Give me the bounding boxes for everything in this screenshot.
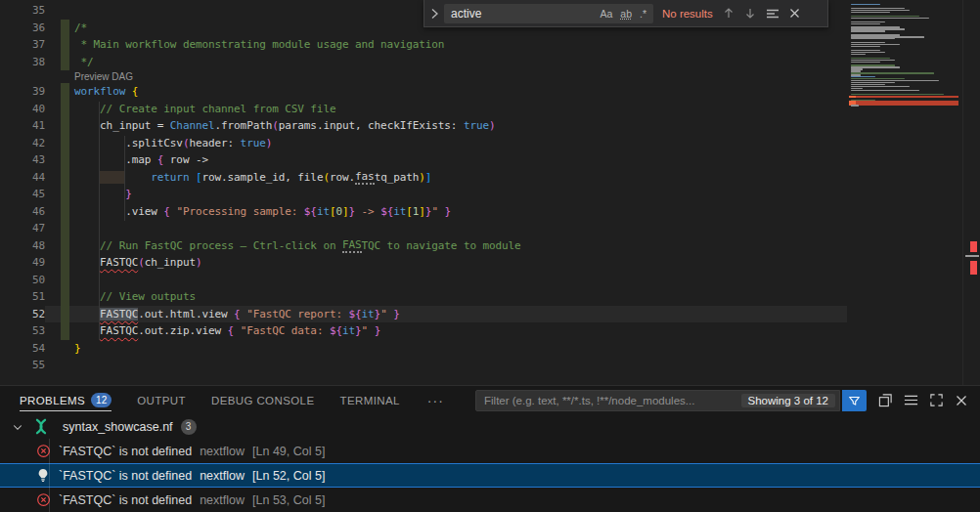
find-in-selection-icon[interactable]: [766, 8, 780, 20]
line-number[interactable]: 46: [0, 205, 45, 218]
code-content[interactable]: }: [74, 186, 847, 203]
code-line-51[interactable]: 51 // View outputs: [0, 288, 847, 306]
code-content[interactable]: ch_input = Channel.fromPath(params.input…: [74, 117, 847, 135]
collapse-all-icon[interactable]: [877, 392, 894, 408]
code-line-55[interactable]: 55: [0, 357, 847, 374]
git-added-indicator[interactable]: [61, 101, 69, 118]
code-content[interactable]: // View outputs: [74, 288, 847, 306]
regex-icon[interactable]: .*: [637, 7, 649, 21]
code-content[interactable]: [74, 357, 847, 374]
code-content[interactable]: // Run FastQC process — Ctrl-click on FA…: [74, 237, 847, 255]
line-number[interactable]: 49: [0, 256, 45, 269]
line-number[interactable]: 43: [0, 153, 45, 166]
git-added-indicator[interactable]: [61, 254, 69, 272]
git-added-indicator[interactable]: [61, 83, 69, 101]
code-content[interactable]: // Create input channel from CSV file: [74, 101, 847, 118]
git-added-indicator[interactable]: [61, 54, 69, 71]
line-number[interactable]: 40: [0, 103, 45, 115]
line-number[interactable]: 47: [0, 222, 45, 235]
line-number[interactable]: 55: [0, 359, 45, 371]
line-number[interactable]: 41: [0, 119, 45, 132]
code-line-43[interactable]: 43 .map { row ->: [0, 151, 847, 169]
line-number[interactable]: 50: [0, 274, 45, 286]
git-added-indicator[interactable]: [61, 186, 69, 203]
line-number[interactable]: 38: [0, 56, 45, 68]
filter-input[interactable]: Filter (e.g. text, **/*.ts, !**/node_mod…: [475, 390, 840, 411]
git-added-indicator[interactable]: [61, 151, 69, 169]
line-number[interactable]: 54: [0, 342, 45, 355]
code-line-38[interactable]: 38 */: [0, 54, 847, 71]
code-content[interactable]: [74, 220, 847, 237]
toggle-replace-chevron-icon[interactable]: [424, 0, 444, 26]
next-match-arrow-down-icon[interactable]: [744, 7, 756, 20]
code-line-44[interactable]: 44 return [row.sample_id, file(row.fastq…: [0, 169, 847, 187]
code-line-39[interactable]: 39workflow {: [0, 83, 847, 101]
code-content[interactable]: FASTQC(ch_input): [74, 254, 847, 272]
line-number[interactable]: 53: [0, 324, 45, 337]
line-number[interactable]: 45: [0, 188, 45, 200]
line-number[interactable]: 52: [0, 308, 45, 320]
code-content[interactable]: workflow {: [74, 83, 847, 101]
close-panel-icon[interactable]: [953, 392, 969, 408]
code-line-40[interactable]: 40 // Create input channel from CSV file: [0, 101, 847, 118]
line-number[interactable]: 42: [0, 137, 45, 149]
code-lines[interactable]: 3536/*37 * Main workflow demonstrating m…: [0, 2, 847, 374]
problem-row-2[interactable]: `FASTQC` is not definednextflow[Ln 52, C…: [0, 463, 980, 488]
code-line-48[interactable]: 48 // Run FastQC process — Ctrl-click on…: [0, 237, 847, 255]
code-line-42[interactable]: 42 .splitCsv(header: true): [0, 135, 847, 152]
code-content[interactable]: FASTQC.out.html.view { "FastQC report: $…: [74, 306, 847, 323]
git-added-indicator[interactable]: [61, 237, 69, 255]
close-find-icon[interactable]: [789, 8, 800, 19]
overview-ruler[interactable]: [962, 0, 980, 385]
git-added-indicator[interactable]: [61, 306, 69, 323]
find-input[interactable]: active Aa ab .*: [444, 4, 653, 23]
line-number[interactable]: 39: [0, 85, 45, 98]
code-line-47[interactable]: 47: [0, 220, 847, 237]
line-number[interactable]: 35: [0, 4, 45, 17]
tab-terminal[interactable]: TERMINAL: [339, 386, 399, 414]
view-as-table-icon[interactable]: [903, 392, 919, 408]
line-number[interactable]: 36: [0, 21, 45, 34]
code-line-45[interactable]: 45 }: [0, 186, 847, 203]
git-added-indicator[interactable]: [61, 20, 69, 37]
problems-file-row[interactable]: syntax_showcase.nf3: [0, 414, 980, 439]
code-content[interactable]: * Main workflow demonstrating module usa…: [74, 36, 847, 54]
code-line-49[interactable]: 49 FASTQC(ch_input): [0, 254, 847, 272]
line-number[interactable]: 44: [0, 171, 45, 184]
git-added-indicator[interactable]: [61, 322, 69, 340]
git-added-indicator[interactable]: [61, 117, 69, 135]
filter-funnel-icon[interactable]: [842, 390, 867, 411]
code-line-50[interactable]: 50: [0, 272, 847, 289]
code-line-54[interactable]: 54}: [0, 340, 847, 358]
code-content[interactable]: return [row.sample_id, file(row.fastq_pa…: [74, 169, 847, 187]
whole-word-icon[interactable]: ab: [617, 7, 635, 21]
more-tabs-icon[interactable]: ···: [427, 393, 444, 408]
line-number[interactable]: 48: [0, 239, 45, 252]
maximize-panel-icon[interactable]: [928, 392, 945, 408]
tab-debug-console[interactable]: DEBUG CONSOLE: [211, 386, 315, 414]
git-added-indicator[interactable]: [61, 220, 69, 237]
git-added-indicator[interactable]: [61, 36, 69, 54]
problem-row-3[interactable]: `FASTQC` is not definednextflow[Ln 53, C…: [0, 488, 980, 512]
git-added-indicator[interactable]: [61, 272, 69, 289]
code-content[interactable]: [74, 272, 847, 289]
match-case-icon[interactable]: Aa: [597, 7, 615, 21]
code-content[interactable]: FASTQC.out.zip.view { "FastQC data: ${it…: [74, 322, 847, 340]
code-editor[interactable]: 3536/*37 * Main workflow demonstrating m…: [0, 0, 980, 385]
line-number[interactable]: 37: [0, 38, 45, 51]
line-number[interactable]: 51: [0, 290, 45, 303]
code-line-37[interactable]: 37 * Main workflow demonstrating module …: [0, 36, 847, 54]
git-added-indicator[interactable]: [61, 288, 69, 306]
tab-output[interactable]: OUTPUT: [137, 386, 186, 414]
find-query-text[interactable]: active: [451, 7, 595, 21]
code-content[interactable]: .map { row ->: [74, 151, 847, 169]
code-content[interactable]: */: [74, 54, 847, 71]
code-line-52[interactable]: 52 FASTQC.out.html.view { "FastQC report…: [0, 306, 847, 323]
codelens-preview-dag[interactable]: Preview DAG: [0, 70, 847, 83]
git-added-indicator[interactable]: [61, 203, 69, 221]
problem-row-1[interactable]: `FASTQC` is not definednextflow[Ln 49, C…: [0, 439, 980, 463]
previous-match-arrow-up-icon[interactable]: [723, 7, 735, 20]
minimap[interactable]: [849, 0, 960, 385]
code-content[interactable]: .view { "Processing sample: ${it[0]} -> …: [74, 203, 847, 221]
tab-problems[interactable]: PROBLEMS 12: [20, 386, 111, 414]
